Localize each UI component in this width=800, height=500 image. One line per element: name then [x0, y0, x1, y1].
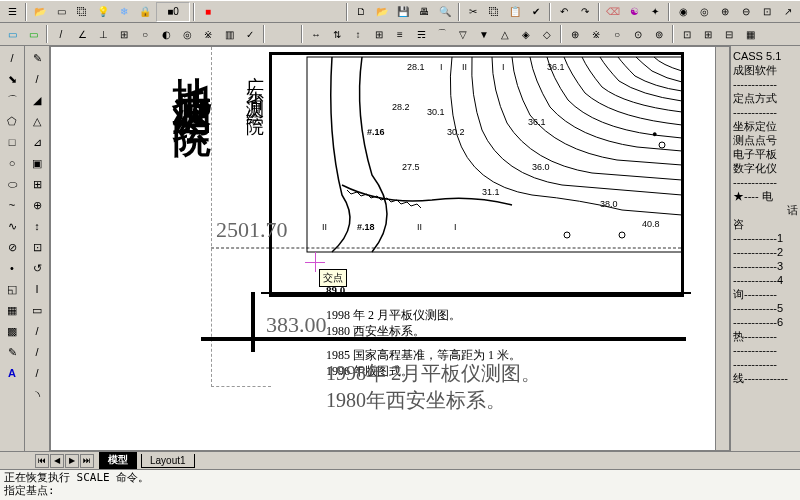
osn3-btn[interactable]: ○: [607, 24, 627, 44]
nav1-icon[interactable]: ◉: [673, 2, 693, 22]
rp-item[interactable]: 坐标定位: [733, 119, 798, 133]
vdim-btn[interactable]: ⇅: [327, 24, 347, 44]
osn5-btn[interactable]: ⊚: [649, 24, 669, 44]
rp-item[interactable]: 定点方式: [733, 91, 798, 105]
lt-circ-icon[interactable]: ○: [1, 153, 23, 173]
tab-model[interactable]: 模型: [99, 452, 137, 469]
lt-pt-icon[interactable]: •: [1, 258, 23, 278]
lt-inf-icon[interactable]: ⊘: [1, 237, 23, 257]
lt2-i-icon[interactable]: I: [26, 279, 48, 299]
dim7-btn[interactable]: ⌒: [432, 24, 452, 44]
dim3-btn[interactable]: ↕: [348, 24, 368, 44]
lt-xline-icon[interactable]: ⬊: [1, 69, 23, 89]
xtra1-btn[interactable]: ⊡: [677, 24, 697, 44]
command-area[interactable]: 正在恢复执行 SCALE 命令。 指定基点:: [0, 469, 800, 500]
tab-next-btn[interactable]: ▶: [65, 454, 79, 468]
check-btn[interactable]: ✓: [240, 24, 260, 44]
lt-ins-icon[interactable]: ◱: [1, 279, 23, 299]
rect1-btn[interactable]: ▭: [2, 24, 22, 44]
red-btn[interactable]: ■: [198, 2, 218, 22]
lt2-arr-icon[interactable]: ↕: [26, 216, 48, 236]
xtra3-btn[interactable]: ⊟: [719, 24, 739, 44]
lt2-l1-icon[interactable]: /: [26, 321, 48, 341]
layer-box[interactable]: ■0: [156, 2, 190, 22]
vertical-scrollbar[interactable]: [715, 47, 729, 450]
print-icon[interactable]: 🖶: [414, 2, 434, 22]
arc1-btn[interactable]: ◐: [156, 24, 176, 44]
undo-icon[interactable]: ↶: [554, 2, 574, 22]
lt2-curl-icon[interactable]: ৲: [26, 384, 48, 404]
line-btn[interactable]: /: [51, 24, 71, 44]
nav3-icon[interactable]: ⊕: [715, 2, 735, 22]
lt-ellip-icon[interactable]: ⬭: [1, 174, 23, 194]
bars-btn[interactable]: ▥: [219, 24, 239, 44]
rp-item[interactable]: 电子平板: [733, 147, 798, 161]
grid-btn[interactable]: ⊞: [114, 24, 134, 44]
dim8-btn[interactable]: ▽: [453, 24, 473, 44]
hdim-btn[interactable]: ↔: [306, 24, 326, 44]
lt2-rect-icon[interactable]: ▭: [26, 300, 48, 320]
xtra2-btn[interactable]: ⊞: [698, 24, 718, 44]
copy2-icon[interactable]: ⿻: [484, 2, 504, 22]
tab-layout1[interactable]: Layout1: [141, 454, 195, 468]
nav2-icon[interactable]: ◎: [694, 2, 714, 22]
bulb-btn[interactable]: 💡: [93, 2, 113, 22]
lt-n-icon[interactable]: ∿: [1, 216, 23, 236]
dim11-btn[interactable]: ◈: [516, 24, 536, 44]
dim10-btn[interactable]: △: [495, 24, 515, 44]
save-icon[interactable]: 💾: [393, 2, 413, 22]
lt2-tri2-icon[interactable]: △: [26, 111, 48, 131]
nav4-icon[interactable]: ⊖: [736, 2, 756, 22]
lt2-tri3-icon[interactable]: ⊿: [26, 132, 48, 152]
lt-line-icon[interactable]: /: [1, 48, 23, 68]
cut-icon[interactable]: ✂: [463, 2, 483, 22]
xtra4-btn[interactable]: ▦: [740, 24, 760, 44]
tab-prev-btn[interactable]: ◀: [50, 454, 64, 468]
rp-item[interactable]: 测点点号: [733, 133, 798, 147]
lt-rect-icon[interactable]: □: [1, 132, 23, 152]
circle-btn[interactable]: ○: [135, 24, 155, 44]
match-icon[interactable]: ✔: [526, 2, 546, 22]
erase-icon[interactable]: ⌫: [603, 2, 623, 22]
lt-hatch-icon[interactable]: ▦: [1, 300, 23, 320]
lt2-line-icon[interactable]: /: [26, 69, 48, 89]
redo-icon[interactable]: ↷: [575, 2, 595, 22]
file-new-icon[interactable]: 🗋: [351, 2, 371, 22]
lt2-rot-icon[interactable]: ↺: [26, 258, 48, 278]
drawing-canvas[interactable]: 地质测绘院 广东省测绘院: [50, 46, 730, 451]
db-icon[interactable]: ☯: [624, 2, 644, 22]
lt2-box2-icon[interactable]: ⊡: [26, 237, 48, 257]
perp-btn[interactable]: ⊥: [93, 24, 113, 44]
dim5-btn[interactable]: ≡: [390, 24, 410, 44]
arc2-btn[interactable]: ◎: [177, 24, 197, 44]
lock-btn[interactable]: 🔒: [135, 2, 155, 22]
lt2-plus-icon[interactable]: ⊕: [26, 195, 48, 215]
lt2-grid-icon[interactable]: ⊞: [26, 174, 48, 194]
rp-item[interactable]: 数字化仪: [733, 161, 798, 175]
angle-btn[interactable]: ∠: [72, 24, 92, 44]
snow-btn[interactable]: ❄: [114, 2, 134, 22]
osn1-btn[interactable]: ⊕: [565, 24, 585, 44]
lt2-l2-icon[interactable]: /: [26, 342, 48, 362]
lt-hatch2-icon[interactable]: ▩: [1, 321, 23, 341]
dim4-btn[interactable]: ⊞: [369, 24, 389, 44]
rect2-btn[interactable]: ▭: [23, 24, 43, 44]
lt-text-icon[interactable]: A: [1, 363, 23, 383]
preview-icon[interactable]: 🔍: [435, 2, 455, 22]
dim12-btn[interactable]: ◇: [537, 24, 557, 44]
paste-icon[interactable]: 📋: [505, 2, 525, 22]
nav5-icon[interactable]: ⊡: [757, 2, 777, 22]
lt2-box1-icon[interactable]: ▣: [26, 153, 48, 173]
osn4-btn[interactable]: ⊙: [628, 24, 648, 44]
lt2-l3-icon[interactable]: /: [26, 363, 48, 383]
lt2-tri1-icon[interactable]: ◢: [26, 90, 48, 110]
tab-last-btn[interactable]: ⏭: [80, 454, 94, 468]
tab-first-btn[interactable]: ⏮: [35, 454, 49, 468]
nav6-icon[interactable]: ↗: [778, 2, 798, 22]
copy-btn[interactable]: ⿻: [72, 2, 92, 22]
new-btn[interactable]: ▭: [51, 2, 71, 22]
lt-brush-icon[interactable]: ✎: [1, 342, 23, 362]
dim6-btn[interactable]: ☴: [411, 24, 431, 44]
lt2-pen-icon[interactable]: ✎: [26, 48, 48, 68]
osn2-btn[interactable]: ※: [586, 24, 606, 44]
